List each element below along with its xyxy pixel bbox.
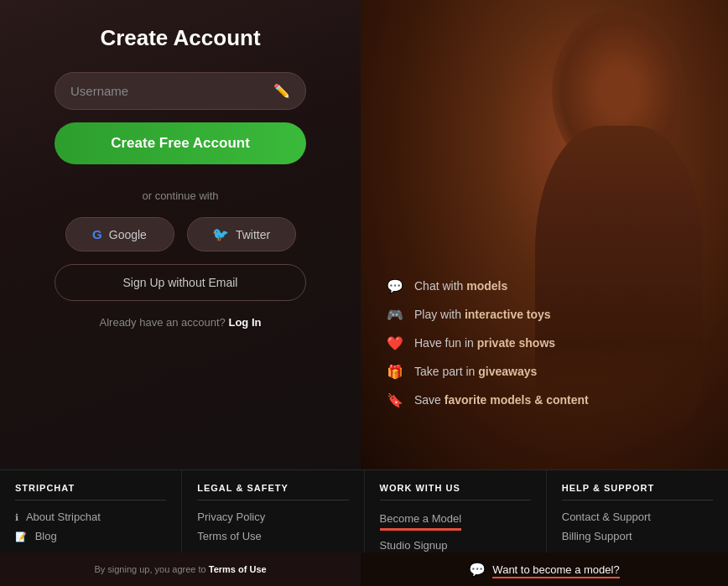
- feature-chat: 💬 Chat with models: [386, 277, 589, 295]
- features-list: 💬 Chat with models 🎮 Play with interacti…: [386, 277, 589, 419]
- footer-about-link[interactable]: ℹ About Stripchat: [15, 511, 166, 523]
- heart-icon: ❤️: [386, 334, 404, 352]
- chat-icon: 💬: [386, 277, 404, 295]
- google-icon: G: [92, 228, 102, 241]
- become-model-strip: 💬 Want to become a model?: [361, 552, 728, 586]
- feature-toys: 🎮 Play with interactive toys: [386, 305, 589, 324]
- username-input-wrapper[interactable]: ✏️: [55, 72, 306, 110]
- blog-icon: 📝: [15, 532, 27, 542]
- feature-save: 🔖 Save favorite models & content: [386, 391, 589, 409]
- page-title: Create Account: [100, 25, 260, 51]
- right-panel: 💬 Chat with models 🎮 Play with interacti…: [361, 0, 728, 469]
- social-buttons-container: G Google 🐦 Twitter: [65, 217, 296, 252]
- footer-contact-link[interactable]: Contact & Support: [562, 511, 713, 523]
- feature-giveaways: 🎁 Take part in giveaways: [386, 362, 589, 381]
- username-input[interactable]: [70, 84, 273, 98]
- footer-become-model-link[interactable]: Become a Model: [380, 512, 462, 531]
- google-button[interactable]: G Google: [65, 217, 174, 252]
- footer-work-title: WORK WITH US: [380, 483, 531, 500]
- login-link[interactable]: Log In: [228, 316, 261, 329]
- signup-no-email-button[interactable]: Sign Up without Email: [55, 264, 306, 301]
- toys-icon: 🎮: [386, 305, 404, 324]
- bookmark-icon: 🔖: [386, 391, 404, 409]
- gift-icon: 🎁: [386, 362, 404, 381]
- left-panel: Create Account ✏️ Create Free Account or…: [0, 0, 361, 469]
- or-continue-text: or continue with: [142, 189, 218, 202]
- footer-studio-signup-link[interactable]: Studio Signup: [380, 539, 531, 552]
- info-icon: ℹ: [15, 512, 18, 522]
- footer-stripchat-title: STRIPCHAT: [15, 483, 166, 500]
- become-model-link[interactable]: Want to become a model?: [492, 563, 619, 576]
- terms-text: By signing up, you agree to Terms of Use: [94, 564, 266, 574]
- create-account-button[interactable]: Create Free Account: [55, 122, 306, 164]
- footer-blog-link[interactable]: 📝 Blog: [15, 530, 166, 542]
- footer-terms-link[interactable]: Terms of Use: [197, 530, 348, 542]
- footer-support-title: HELP & SUPPORT: [562, 483, 713, 500]
- twitter-label: Twitter: [236, 228, 270, 241]
- twitter-icon: 🐦: [212, 226, 229, 242]
- become-model-icon: 💬: [469, 562, 486, 578]
- terms-link[interactable]: Terms of Use: [209, 564, 267, 574]
- google-label: Google: [109, 228, 147, 241]
- already-account-text: Already have an account? Log In: [100, 316, 262, 329]
- footer-legal-title: LEGAL & SAFETY: [197, 483, 348, 500]
- twitter-button[interactable]: 🐦 Twitter: [187, 217, 296, 252]
- footer-privacy-link[interactable]: Privacy Policy: [197, 511, 348, 523]
- pencil-icon: ✏️: [273, 83, 290, 99]
- bottom-strip: By signing up, you agree to Terms of Use…: [0, 552, 728, 586]
- terms-strip: By signing up, you agree to Terms of Use: [0, 552, 361, 586]
- feature-private: ❤️ Have fun in private shows: [386, 334, 589, 352]
- footer-billing-link[interactable]: Billing Support: [562, 530, 713, 542]
